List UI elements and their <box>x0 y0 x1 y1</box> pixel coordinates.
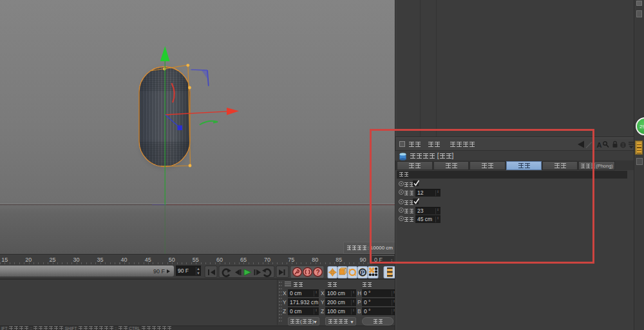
svg-text:?: ? <box>316 269 319 276</box>
svg-text:A: A <box>597 141 602 149</box>
svg-text:P: P <box>361 269 365 276</box>
